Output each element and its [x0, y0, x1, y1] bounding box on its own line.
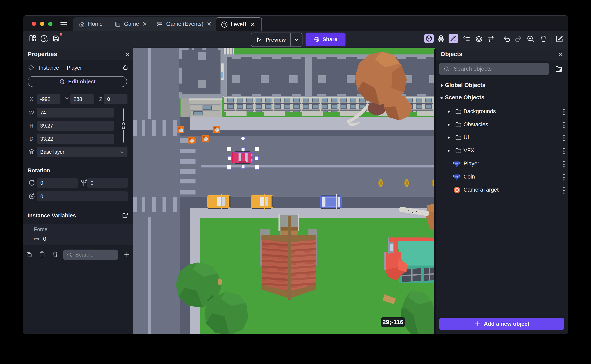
- svg-text:29;-116: 29;-116: [382, 318, 403, 325]
- svg-text:3D: 3D: [63, 82, 66, 84]
